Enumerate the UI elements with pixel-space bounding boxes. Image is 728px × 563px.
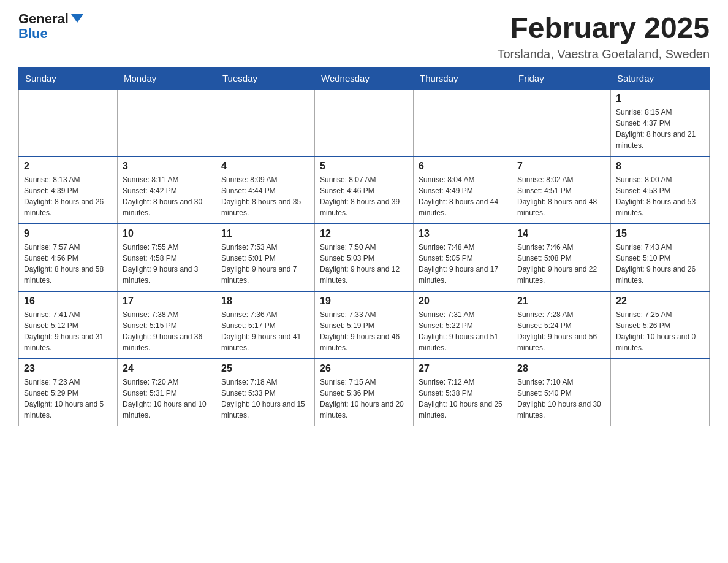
month-title: February 2025 — [497, 12, 710, 45]
day-header-tuesday: Tuesday — [216, 67, 315, 89]
calendar-cell — [118, 89, 216, 156]
day-number: 3 — [123, 161, 211, 172]
calendar-cell: 13Sunrise: 7:48 AMSunset: 5:05 PMDayligh… — [414, 224, 512, 291]
day-info: Sunrise: 7:38 AMSunset: 5:15 PMDaylight:… — [123, 309, 211, 353]
day-number: 15 — [616, 228, 704, 239]
calendar-cell: 12Sunrise: 7:50 AMSunset: 5:03 PMDayligh… — [315, 224, 414, 291]
day-number: 1 — [616, 93, 704, 104]
day-info: Sunrise: 7:50 AMSunset: 5:03 PMDaylight:… — [320, 242, 408, 286]
calendar-cell — [611, 359, 710, 426]
day-info: Sunrise: 7:18 AMSunset: 5:33 PMDaylight:… — [221, 377, 309, 421]
day-number: 19 — [320, 296, 408, 307]
day-header-friday: Friday — [512, 67, 611, 89]
calendar-week-5: 23Sunrise: 7:23 AMSunset: 5:29 PMDayligh… — [19, 359, 710, 426]
calendar-cell: 18Sunrise: 7:36 AMSunset: 5:17 PMDayligh… — [216, 291, 315, 359]
calendar-cell: 26Sunrise: 7:15 AMSunset: 5:36 PMDayligh… — [315, 359, 414, 426]
day-info: Sunrise: 8:15 AMSunset: 4:37 PMDaylight:… — [616, 107, 704, 151]
day-number: 21 — [517, 296, 605, 307]
calendar-cell — [414, 89, 512, 156]
day-info: Sunrise: 8:13 AMSunset: 4:39 PMDaylight:… — [24, 174, 112, 218]
calendar-cell: 14Sunrise: 7:46 AMSunset: 5:08 PMDayligh… — [512, 224, 611, 291]
day-header-thursday: Thursday — [414, 67, 512, 89]
calendar-cell: 28Sunrise: 7:10 AMSunset: 5:40 PMDayligh… — [512, 359, 611, 426]
calendar-cell — [216, 89, 315, 156]
day-info: Sunrise: 7:43 AMSunset: 5:10 PMDaylight:… — [616, 242, 704, 286]
day-number: 6 — [419, 161, 507, 172]
day-info: Sunrise: 7:36 AMSunset: 5:17 PMDaylight:… — [221, 309, 309, 353]
calendar-cell: 2Sunrise: 8:13 AMSunset: 4:39 PMDaylight… — [19, 156, 118, 224]
calendar-cell: 17Sunrise: 7:38 AMSunset: 5:15 PMDayligh… — [118, 291, 216, 359]
calendar-week-4: 16Sunrise: 7:41 AMSunset: 5:12 PMDayligh… — [19, 291, 710, 359]
day-info: Sunrise: 7:31 AMSunset: 5:22 PMDaylight:… — [419, 309, 507, 353]
day-number: 18 — [221, 296, 309, 307]
day-number: 14 — [517, 228, 605, 239]
calendar-week-1: 1Sunrise: 8:15 AMSunset: 4:37 PMDaylight… — [19, 89, 710, 156]
day-header-wednesday: Wednesday — [315, 67, 414, 89]
day-number: 20 — [419, 296, 507, 307]
day-number: 9 — [24, 228, 112, 239]
calendar-cell: 5Sunrise: 8:07 AMSunset: 4:46 PMDaylight… — [315, 156, 414, 224]
calendar-cell: 15Sunrise: 7:43 AMSunset: 5:10 PMDayligh… — [611, 224, 710, 291]
calendar-cell: 8Sunrise: 8:00 AMSunset: 4:53 PMDaylight… — [611, 156, 710, 224]
location-text: Torslanda, Vaestra Goetaland, Sweden — [497, 47, 710, 61]
day-info: Sunrise: 7:25 AMSunset: 5:26 PMDaylight:… — [616, 309, 704, 353]
day-info: Sunrise: 7:33 AMSunset: 5:19 PMDaylight:… — [320, 309, 408, 353]
day-number: 4 — [221, 161, 309, 172]
calendar-cell: 21Sunrise: 7:28 AMSunset: 5:24 PMDayligh… — [512, 291, 611, 359]
day-number: 16 — [24, 296, 112, 307]
calendar-header-row: SundayMondayTuesdayWednesdayThursdayFrid… — [19, 67, 710, 89]
calendar-cell — [315, 89, 414, 156]
day-number: 23 — [24, 363, 112, 374]
calendar-cell: 25Sunrise: 7:18 AMSunset: 5:33 PMDayligh… — [216, 359, 315, 426]
calendar-cell: 7Sunrise: 8:02 AMSunset: 4:51 PMDaylight… — [512, 156, 611, 224]
day-info: Sunrise: 7:41 AMSunset: 5:12 PMDaylight:… — [24, 309, 112, 353]
day-info: Sunrise: 7:53 AMSunset: 5:01 PMDaylight:… — [221, 242, 309, 286]
calendar-cell: 3Sunrise: 8:11 AMSunset: 4:42 PMDaylight… — [118, 156, 216, 224]
calendar-cell: 24Sunrise: 7:20 AMSunset: 5:31 PMDayligh… — [118, 359, 216, 426]
calendar-cell: 11Sunrise: 7:53 AMSunset: 5:01 PMDayligh… — [216, 224, 315, 291]
day-info: Sunrise: 8:04 AMSunset: 4:49 PMDaylight:… — [419, 174, 507, 218]
logo-triangle-icon — [71, 14, 83, 23]
day-number: 12 — [320, 228, 408, 239]
day-info: Sunrise: 8:11 AMSunset: 4:42 PMDaylight:… — [123, 174, 211, 218]
calendar-cell: 22Sunrise: 7:25 AMSunset: 5:26 PMDayligh… — [611, 291, 710, 359]
day-number: 28 — [517, 363, 605, 374]
day-info: Sunrise: 7:20 AMSunset: 5:31 PMDaylight:… — [123, 377, 211, 421]
day-info: Sunrise: 8:09 AMSunset: 4:44 PMDaylight:… — [221, 174, 309, 218]
day-info: Sunrise: 7:57 AMSunset: 4:56 PMDaylight:… — [24, 242, 112, 286]
calendar-cell: 10Sunrise: 7:55 AMSunset: 4:58 PMDayligh… — [118, 224, 216, 291]
calendar-cell — [512, 89, 611, 156]
calendar-cell: 19Sunrise: 7:33 AMSunset: 5:19 PMDayligh… — [315, 291, 414, 359]
day-number: 24 — [123, 363, 211, 374]
day-number: 27 — [419, 363, 507, 374]
day-number: 7 — [517, 161, 605, 172]
calendar-cell: 6Sunrise: 8:04 AMSunset: 4:49 PMDaylight… — [414, 156, 512, 224]
day-info: Sunrise: 7:55 AMSunset: 4:58 PMDaylight:… — [123, 242, 211, 286]
title-section: February 2025 Torslanda, Vaestra Goetala… — [497, 12, 710, 61]
calendar-cell: 4Sunrise: 8:09 AMSunset: 4:44 PMDaylight… — [216, 156, 315, 224]
day-number: 22 — [616, 296, 704, 307]
day-info: Sunrise: 7:10 AMSunset: 5:40 PMDaylight:… — [517, 377, 605, 421]
logo-blue-text: Blue — [18, 26, 48, 42]
calendar-cell: 27Sunrise: 7:12 AMSunset: 5:38 PMDayligh… — [414, 359, 512, 426]
day-number: 8 — [616, 161, 704, 172]
calendar-cell: 20Sunrise: 7:31 AMSunset: 5:22 PMDayligh… — [414, 291, 512, 359]
day-info: Sunrise: 7:46 AMSunset: 5:08 PMDaylight:… — [517, 242, 605, 286]
day-header-saturday: Saturday — [611, 67, 710, 89]
day-info: Sunrise: 7:15 AMSunset: 5:36 PMDaylight:… — [320, 377, 408, 421]
day-number: 26 — [320, 363, 408, 374]
day-info: Sunrise: 8:00 AMSunset: 4:53 PMDaylight:… — [616, 174, 704, 218]
calendar-cell — [19, 89, 118, 156]
day-number: 25 — [221, 363, 309, 374]
day-info: Sunrise: 7:23 AMSunset: 5:29 PMDaylight:… — [24, 377, 112, 421]
day-number: 13 — [419, 228, 507, 239]
logo-general-text: General — [18, 12, 69, 26]
logo: General Blue — [18, 12, 83, 42]
calendar-cell: 23Sunrise: 7:23 AMSunset: 5:29 PMDayligh… — [19, 359, 118, 426]
calendar-table: SundayMondayTuesdayWednesdayThursdayFrid… — [18, 67, 710, 427]
day-info: Sunrise: 7:12 AMSunset: 5:38 PMDaylight:… — [419, 377, 507, 421]
day-info: Sunrise: 7:28 AMSunset: 5:24 PMDaylight:… — [517, 309, 605, 353]
day-number: 2 — [24, 161, 112, 172]
day-number: 5 — [320, 161, 408, 172]
day-number: 17 — [123, 296, 211, 307]
